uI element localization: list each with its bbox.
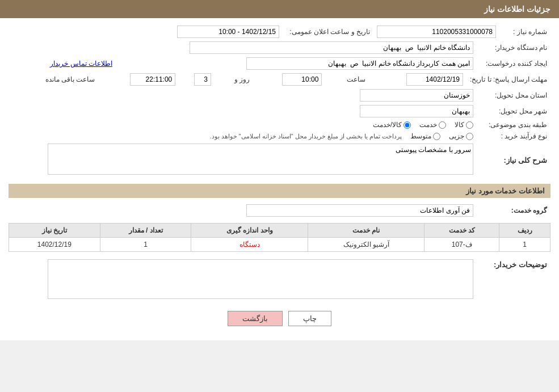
jozee-label: جزیی (449, 132, 464, 140)
motevaset-label: متوسط (410, 132, 431, 140)
button-row: چاپ بازگشت (9, 311, 550, 326)
col-vahed: واحد اندازه گیری (191, 224, 308, 238)
nam-dastgah-input[interactable] (190, 41, 473, 54)
ijad-konande-input[interactable] (246, 57, 473, 70)
mohlat-saat-input[interactable] (282, 73, 322, 86)
mohlat-rooz-input[interactable] (194, 73, 211, 86)
radio-motevaset-input[interactable] (433, 133, 440, 140)
shomare-niaz-input[interactable] (377, 26, 496, 38)
page-header: جزئیات اطلاعات نیاز (0, 0, 559, 18)
ijad-konande-label: ایجاد کننده درخواست: (477, 56, 550, 71)
chap-button[interactable]: چاپ (288, 311, 331, 326)
farayand-desc: پرداخت تمام یا بخشی از مبلغ خریدار محل "… (209, 133, 402, 140)
services-table: ردیف کد خدمت نام خدمت واحد اندازه گیری ت… (9, 223, 550, 252)
cell-tedad: 1 (100, 238, 191, 252)
mohlat-saat-label: ساعت (344, 75, 368, 83)
tarikh-label: تاریخ و ساعت اعلان عمومی: (283, 24, 373, 40)
toozihat-textarea[interactable] (48, 259, 473, 299)
gorooh-label: گروه خدمت: (477, 203, 550, 218)
col-tedad: تعداد / مقدار (100, 224, 191, 238)
radio-khedmat-input[interactable] (439, 121, 446, 129)
col-naam: نام خدمت (308, 224, 424, 238)
mohlat-baqi-label: ساعت باقی مانده (43, 75, 98, 83)
col-kod: کد خدمت (424, 224, 499, 238)
tabagheh-label: طبقه بندی موضوعی: (477, 119, 550, 130)
tarikh-input[interactable] (177, 26, 279, 38)
radio-kala-input[interactable] (466, 121, 473, 129)
header-title: جزئیات اطلاعات نیاز (484, 5, 550, 14)
bazgasht-button[interactable]: بازگشت (228, 311, 283, 326)
table-row: 1 ف-107 آرشیو الکترونیک دستگاه 1 1402/12… (9, 238, 550, 252)
radio-motevaset: متوسط (410, 132, 440, 140)
form-table-6: شهر محل تحویل: (9, 103, 550, 119)
radio-kala-khedmat-input[interactable] (404, 121, 411, 129)
form-table-2: نام دستگاه خریدار: (9, 40, 550, 56)
shomare-niaz-label: شماره نیاز : (499, 24, 550, 40)
nooe-farayand-label: نوع فرآیند خرید : (477, 130, 550, 142)
cell-naam: آرشیو الکترونیک (308, 238, 424, 252)
form-table-3: ایجاد کننده درخواست: اطلاعات تماس خریدار (9, 56, 550, 71)
cell-radif: 1 (499, 238, 550, 252)
gorooh-input[interactable] (246, 204, 473, 217)
tabagheh-radio-group: کالا خدمت کالا/خدمت (12, 121, 473, 129)
form-table-7: طبقه بندی موضوعی: کالا خدمت (9, 119, 550, 130)
form-table-5: استان محل تحویل: (9, 87, 550, 103)
kala-khedmat-label: کالا/خدمت (373, 121, 402, 129)
khedmat-label: خدمت (419, 121, 437, 129)
ostan-label: استان محل تحویل: (477, 87, 550, 103)
ettelaat-tamas-link[interactable]: اطلاعات تماس خریدار (50, 60, 112, 68)
col-radif: ردیف (499, 224, 550, 238)
cell-kod: ف-107 (424, 238, 499, 252)
radio-khedmat: خدمت (419, 121, 446, 129)
mohlat-date-input[interactable] (406, 73, 463, 86)
sharh-label: شرح کلی نیاز: (477, 142, 550, 178)
mohlat-rooz-label: روز و (232, 75, 253, 83)
page-container: جزئیات اطلاعات نیاز شماره نیاز : تاریخ و… (0, 0, 559, 340)
mohlat-label: مهلت ارسال پاسخ: تا تاریخ: (466, 71, 550, 87)
radio-jozee-input[interactable] (466, 133, 473, 140)
shahr-input[interactable] (360, 105, 473, 117)
cell-vahed: دستگاه (191, 238, 308, 252)
cell-tarikh: 1402/12/19 (9, 238, 100, 252)
kala-label: کالا (455, 121, 464, 129)
radio-kala: کالا (455, 121, 473, 129)
radio-kala-khedmat: کالا/خدمت (373, 121, 411, 129)
form-table-8: نوع فرآیند خرید : جزیی متوسط پرداخت تمام… (9, 130, 550, 142)
farayand-radio-group: جزیی متوسط پرداخت تمام یا بخشی از مبلغ خ… (12, 132, 473, 140)
col-tarikh: تاریخ نیاز (9, 224, 100, 238)
form-table-4: مهلت ارسال پاسخ: تا تاریخ: ساعت روز و (9, 71, 550, 87)
form-table-gorooh: گروه خدمت: (9, 203, 550, 218)
shahr-label: شهر محل تحویل: (477, 103, 550, 119)
form-table-1: شماره نیاز : تاریخ و ساعت اعلان عمومی: (9, 24, 550, 40)
nam-dastgah-label: نام دستگاه خریدار: (477, 40, 550, 56)
form-table-toozihat: توضیحات خریدار: (9, 258, 550, 302)
form-table-sharh: شرح کلی نیاز: (9, 142, 550, 178)
radio-jozee: جزیی (449, 132, 473, 140)
sharh-textarea[interactable] (48, 144, 473, 175)
toozihat-label: توضیحات خریدار: (477, 258, 550, 302)
khadamat-section-title: اطلاعات خدمات مورد نیاز (9, 184, 550, 198)
content-area: شماره نیاز : تاریخ و ساعت اعلان عمومی: ن… (0, 18, 559, 340)
ostan-input[interactable] (360, 89, 473, 102)
mohlat-saat2-input[interactable] (130, 73, 175, 86)
